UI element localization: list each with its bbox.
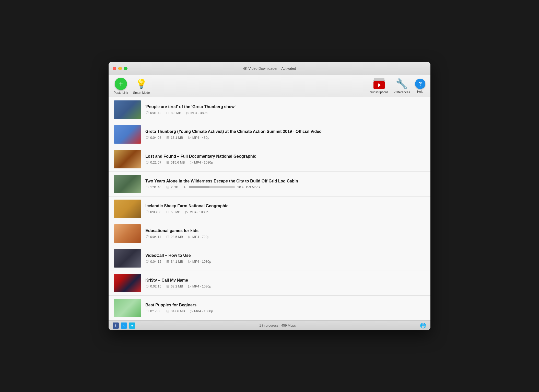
video-thumbnail [114, 125, 141, 144]
video-size: ⊟ 34.1 MB [166, 259, 183, 263]
video-meta: ⏱ 0:04:08⊟ 13.1 MB▷ MP4 · 480p [145, 135, 425, 140]
toolbar-left: + Paste Link 💡 Smart Mode [114, 78, 150, 95]
list-item[interactable]: VideoCall – How to Use⏱ 0:04:12⊟ 34.1 MB… [109, 246, 430, 271]
video-meta: ⏱ 0:04:12⊟ 34.1 MB▷ MP4 · 1080p [145, 259, 425, 263]
window-title: 4K Video Downloader – Activated [243, 66, 296, 71]
twitter-icon[interactable]: t [121, 322, 127, 329]
video-meta: ⏱ 1:31:40⊟ 2 GB⬇20 s, 153 Mbps [145, 185, 425, 189]
format-icon: ▷ [190, 309, 193, 313]
progress-bar [189, 186, 235, 188]
traffic-lights [113, 67, 127, 70]
filesize-icon: ⊟ [166, 135, 169, 140]
video-title: Icelandic Sheep Farm National Geographic [145, 204, 425, 208]
video-title: Best Puppies for Beginers [145, 303, 425, 307]
clock-icon: ⏱ [145, 210, 149, 214]
filesize-icon: ⊟ [166, 185, 169, 189]
video-info: VideoCall – How to Use⏱ 0:04:12⊟ 34.1 MB… [145, 253, 425, 263]
video-thumbnail [114, 274, 141, 292]
format-icon: ▷ [188, 235, 191, 239]
clock-icon: ⏱ [145, 160, 149, 164]
video-title: Kri$ty – Call My Name [145, 278, 425, 283]
format-icon: ▷ [188, 284, 191, 288]
list-item[interactable]: 'People are tired' of the 'Greta Thunber… [109, 97, 430, 122]
video-title: Two Years Alone in the Wilderness Escape… [145, 179, 425, 183]
maximize-button[interactable] [124, 67, 127, 70]
video-meta: ⏱ 0:04:14⊟ 23.5 MB▷ MP4 · 720p [145, 235, 425, 239]
filesize-icon: ⊟ [166, 259, 169, 263]
paste-link-icon: + [115, 78, 127, 90]
filesize-icon: ⊟ [166, 160, 169, 164]
format-icon: ▷ [186, 111, 189, 115]
close-button[interactable] [113, 67, 116, 70]
video-duration: ⏱ 0:04:14 [145, 235, 161, 239]
format-icon: ▷ [188, 135, 191, 140]
video-meta: ⏱ 0:21:57⊟ 515.6 MB▷ MP4 · 1080p [145, 160, 425, 164]
video-duration: ⏱ 0:04:08 [145, 135, 161, 140]
video-info: Educational games for kids⏱ 0:04:14⊟ 23.… [145, 228, 425, 239]
video-meta: ⏱ 0:01:42⊟ 8.8 MB▷ MP4 · 480p [145, 111, 425, 115]
smart-mode-button[interactable]: 💡 Smart Mode [133, 78, 150, 95]
clock-icon: ⏱ [145, 235, 149, 239]
social-icons: f t v [113, 322, 135, 329]
paste-link-button[interactable]: + Paste Link [114, 78, 128, 95]
paste-link-label: Paste Link [114, 91, 128, 95]
video-meta: ⏱ 0:03:08⊟ 59 MB▷ MP4 · 1080p [145, 210, 425, 214]
list-item[interactable]: Best Puppies for Beginers⏱ 0:17:05⊟ 347.… [109, 296, 430, 320]
list-item[interactable]: Greta Thunberg (Young Climate Activist) … [109, 122, 430, 147]
video-size: ⊟ 8.8 MB [166, 111, 181, 115]
vimeo-icon[interactable]: v [129, 322, 135, 329]
filesize-icon: ⊟ [166, 284, 169, 288]
video-size: ⊟ 23.5 MB [166, 235, 183, 239]
video-size: ⊟ 347.6 MB [166, 309, 185, 313]
download-progress: ⬇20 s, 153 Mbps [183, 185, 260, 189]
preferences-label: Preferences [393, 90, 410, 94]
video-info: Two Years Alone in the Wilderness Escape… [145, 179, 425, 189]
clock-icon: ⏱ [145, 309, 149, 313]
video-thumbnail [114, 150, 141, 168]
video-info: Lost and Found – Full Documentary Nation… [145, 154, 425, 164]
subscriptions-icon [373, 78, 385, 89]
clock-icon: ⏱ [145, 284, 149, 288]
list-item[interactable]: Lost and Found – Full Documentary Nation… [109, 147, 430, 172]
filesize-icon: ⊟ [166, 309, 169, 313]
title-bar: 4K Video Downloader – Activated [109, 62, 430, 75]
list-item[interactable]: Two Years Alone in the Wilderness Escape… [109, 172, 430, 197]
video-size: ⊟ 515.6 MB [166, 160, 185, 164]
video-title: VideoCall – How to Use [145, 253, 425, 258]
globe-icon[interactable]: 🌐 [420, 322, 426, 329]
list-item[interactable]: Educational games for kids⏱ 0:04:14⊟ 23.… [109, 221, 430, 246]
toolbar-right: Subscriptions 🔧 Preferences ? Help [370, 78, 425, 94]
minimize-button[interactable] [118, 67, 122, 70]
video-info: Icelandic Sheep Farm National Geographic… [145, 204, 425, 214]
list-item[interactable]: Kri$ty – Call My Name⏱ 0:02:15⊟ 68.2 MB▷… [109, 271, 430, 296]
video-duration: ⏱ 0:03:08 [145, 210, 161, 214]
filesize-icon: ⊟ [166, 210, 169, 214]
help-icon: ? [415, 79, 425, 89]
smart-mode-icon: 💡 [135, 78, 148, 90]
video-duration: ⏱ 0:21:57 [145, 160, 161, 164]
subscriptions-button[interactable]: Subscriptions [370, 78, 388, 94]
video-format: ▷ MP4 · 1080p [188, 284, 211, 288]
clock-icon: ⏱ [145, 135, 149, 140]
video-format: ▷ MP4 · 720p [188, 235, 209, 239]
list-item[interactable]: Icelandic Sheep Farm National Geographic… [109, 197, 430, 221]
video-title: 'People are tired' of the 'Greta Thunber… [145, 105, 425, 109]
clock-icon: ⏱ [145, 185, 149, 189]
video-size: ⊟ 2 GB [166, 185, 178, 189]
help-button[interactable]: ? Help [415, 79, 425, 94]
subscriptions-label: Subscriptions [370, 90, 388, 94]
video-size: ⊟ 59 MB [166, 210, 180, 214]
progress-fill [189, 186, 209, 188]
video-duration: ⏱ 1:31:40 [145, 185, 161, 189]
video-info: Kri$ty – Call My Name⏱ 0:02:15⊟ 68.2 MB▷… [145, 278, 425, 288]
video-thumbnail [114, 200, 141, 218]
toolbar: + Paste Link 💡 Smart Mode [109, 75, 430, 97]
download-arrow-icon: ⬇ [183, 185, 186, 189]
preferences-icon: 🔧 [396, 78, 408, 89]
video-info: Greta Thunberg (Young Climate Activist) … [145, 129, 425, 140]
progress-text: 20 s, 153 Mbps [237, 185, 260, 189]
video-format: ▷ MP4 · 480p [186, 111, 208, 115]
preferences-button[interactable]: 🔧 Preferences [393, 78, 410, 94]
video-format: ▷ MP4 · 1080p [188, 259, 211, 263]
facebook-icon[interactable]: f [113, 322, 119, 329]
